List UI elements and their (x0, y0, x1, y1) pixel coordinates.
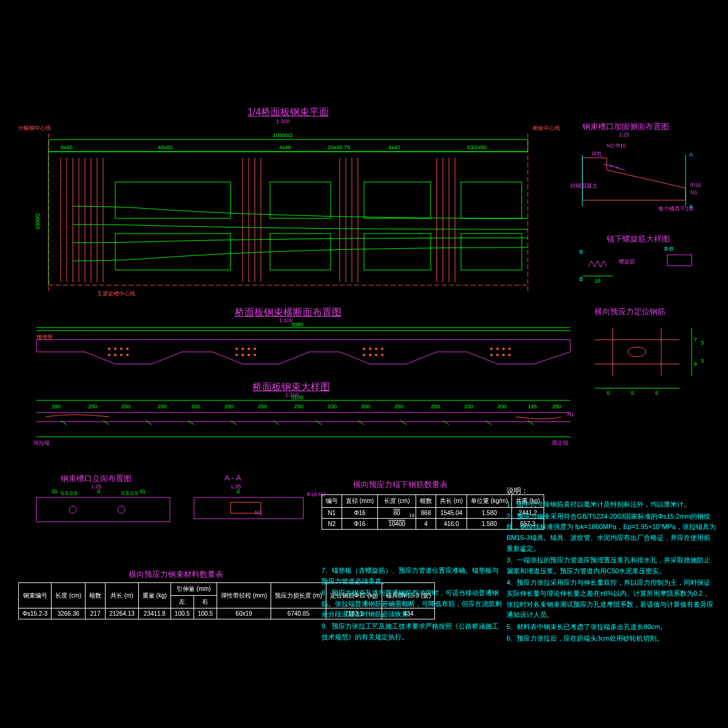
svg-rect-30 (115, 234, 231, 270)
svg-line-79 (231, 420, 237, 425)
svg-point-37 (108, 348, 110, 350)
det-w: 3100 (291, 394, 303, 400)
det-seg-7: 250 (294, 403, 303, 410)
notch-sec-scale: 1:25 (619, 132, 630, 138)
det-seg-0: 280 (52, 403, 61, 410)
det-seg-4: 200 (191, 403, 200, 410)
a-bot: A (689, 203, 693, 209)
table2-title: 横向预应力锚下钢筋数量表 (328, 479, 473, 490)
note-2: 2、预应力钢束采用符合GB/T5224-2003国家标准的Φs15.2mm的钢绞… (507, 511, 716, 554)
svg-point-60 (381, 354, 383, 356)
svg-line-83 (400, 420, 406, 425)
pipe-label: 预埋管 (36, 334, 53, 342)
svg-rect-33 (364, 182, 431, 218)
spiral-title: 锚下螺旋筋大样图 (607, 234, 670, 244)
svg-point-63 (502, 348, 505, 350)
dim-seg3: 20x48.75 (328, 144, 350, 150)
det-seg-15: 280 (552, 403, 561, 410)
spiral-label: 螺旋筋 (619, 258, 635, 266)
svg-rect-90 (194, 497, 303, 519)
svg-point-57 (363, 354, 365, 356)
svg-point-48 (254, 348, 256, 350)
svg-rect-87 (36, 497, 170, 522)
n1-label: N1 (567, 411, 575, 417)
svg-line-86 (528, 420, 534, 425)
note-4: 4、预应力张拉采用应力与伸长量双控，并以应力控制为主，同时保证实际伸长量与理论伸… (507, 578, 716, 620)
dim-seg2: 4x40 (279, 144, 291, 150)
svg-point-47 (248, 348, 250, 350)
svg-line-77 (146, 420, 152, 425)
det-seg-3: 250 (158, 403, 167, 410)
svg-rect-29 (115, 182, 231, 218)
svg-point-49 (235, 354, 238, 356)
svg-line-81 (315, 420, 322, 425)
svg-point-65 (490, 354, 493, 356)
dim-seg1: 40x60 (158, 144, 173, 150)
svg-line-82 (358, 420, 364, 425)
dim-seg4: 4x40 (388, 144, 400, 150)
svg-point-38 (114, 348, 116, 350)
det-seg-9: 200 (361, 403, 370, 410)
svg-point-45 (235, 348, 238, 350)
svg-point-52 (254, 354, 256, 356)
loc-3b: 3 (701, 358, 704, 364)
svg-line-76 (103, 420, 109, 425)
loc-5c: 5 (655, 390, 658, 396)
det-seg-13: 200 (497, 403, 507, 410)
notes-block-left: 7、锚垫板（含螺旋筋）、预应力管道位置应准确。锚垫板与预应力管道必须垂直。 8、… (322, 564, 504, 644)
svg-point-64 (508, 348, 511, 350)
notes-block: 说明： 1、图中尺寸除钢筋直径以毫米计及特别标注外，均以厘米计。 2、预应力钢束… (507, 485, 716, 645)
svg-line-75 (61, 420, 67, 425)
seal-label: 封锚混凝土 (570, 182, 598, 190)
locate-title: 横向预应力定位钢筋 (595, 306, 666, 317)
svg-point-46 (241, 348, 244, 350)
spiral-16: 16 (595, 278, 601, 284)
plan-title: 1/4桥面板钢束平面 (212, 106, 364, 119)
plan-scale: 1:200 (276, 118, 290, 124)
loc-6: 6 (694, 361, 697, 367)
svg-rect-35 (461, 182, 522, 218)
svg-rect-94 (667, 255, 692, 266)
notch-elev-title: 钢束槽口立面布置图 (61, 473, 132, 484)
phi16-r: Φ16 (690, 182, 701, 188)
note-3: 3、一端张拉的预应力管道应预埋置压浆孔和排水孔，并采取措施防止漏浆和堵道压浆。预… (507, 555, 716, 576)
svg-point-58 (369, 354, 371, 356)
ne-d1a: d1 (52, 488, 58, 494)
b-mark: B (579, 249, 583, 255)
note-5: 5、材料表中钢束长已考虑了张拉端多出孔道长80cm。 (507, 622, 716, 633)
note-6: 6、预应力张拉后，应在距端头3cm处用砂轮机切割。 (507, 633, 716, 644)
svg-point-50 (241, 354, 244, 356)
det-seg-12: 200 (464, 403, 473, 410)
ne-d1b: d1 (140, 488, 146, 494)
loc-7a: 7 (694, 337, 697, 343)
svg-point-53 (363, 348, 365, 350)
notes-header: 说明： (507, 485, 716, 497)
aa-title: A - A (224, 473, 241, 482)
svg-point-89 (118, 506, 125, 513)
svg-point-42 (114, 354, 116, 356)
note-9: 9、预应力张拉工艺及施工技术要求严格按照《公路桥涵施工技术规范》的有关规定执行。 (322, 621, 504, 642)
det-seg-8: 200 (328, 403, 337, 410)
svg-point-51 (248, 354, 250, 356)
det-seg-10: 250 (394, 403, 403, 410)
svg-point-43 (120, 354, 123, 356)
svg-point-62 (496, 348, 499, 350)
svg-point-55 (375, 348, 377, 350)
a-top: A (689, 152, 693, 158)
svg-point-100 (628, 347, 646, 357)
n1-r: N1 (690, 189, 698, 195)
loc-3a: 3 (701, 340, 704, 346)
aa-n1: N1 (255, 510, 262, 516)
svg-point-68 (508, 354, 511, 356)
det-seg-2: 250 (121, 403, 130, 410)
svg-point-56 (381, 348, 383, 350)
ne-d: d (97, 488, 100, 494)
svg-point-40 (126, 348, 129, 350)
svg-point-88 (69, 506, 76, 513)
svg-line-84 (443, 420, 449, 425)
axis-left-label: 分幅轴中心线 (18, 124, 51, 132)
det-seg-11: 250 (431, 403, 440, 410)
det-seg-5: 200 (224, 403, 234, 410)
dim-seg5: 63/2x50 (467, 144, 487, 150)
note-7: 7、锚垫板（含螺旋筋）、预应力管道位置应准确。锚垫板与预应力管道必须垂直。 (322, 565, 504, 587)
